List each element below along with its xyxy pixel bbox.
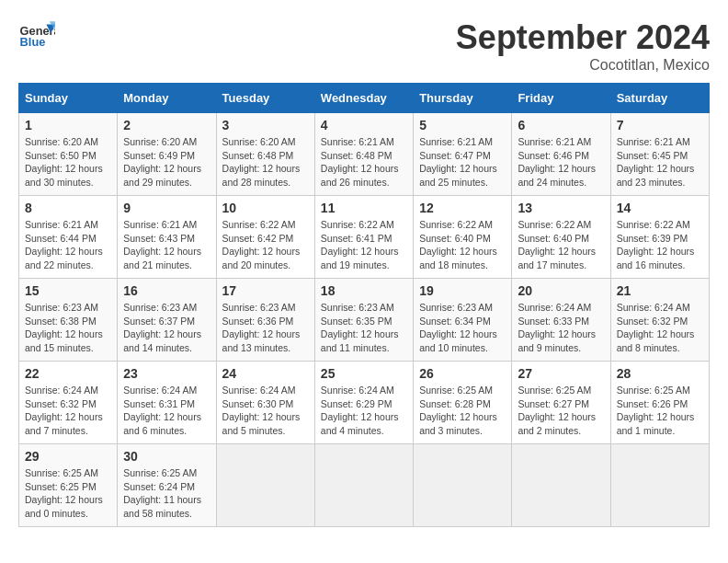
calendar-table: SundayMondayTuesdayWednesdayThursdayFrid… bbox=[18, 83, 710, 527]
day-info: Sunrise: 6:25 AMSunset: 6:28 PMDaylight:… bbox=[419, 384, 506, 438]
day-info: Sunrise: 6:21 AMSunset: 6:44 PMDaylight:… bbox=[25, 218, 111, 272]
day-number: 5 bbox=[419, 118, 506, 132]
day-info: Sunrise: 6:24 AMSunset: 6:29 PMDaylight:… bbox=[321, 384, 407, 438]
day-info: Sunrise: 6:24 AMSunset: 6:33 PMDaylight:… bbox=[518, 301, 604, 355]
calendar-cell: 30Sunrise: 6:25 AMSunset: 6:24 PMDayligh… bbox=[118, 444, 216, 527]
day-info: Sunrise: 6:20 AMSunset: 6:50 PMDaylight:… bbox=[25, 135, 111, 190]
calendar-cell: 27Sunrise: 6:25 AMSunset: 6:27 PMDayligh… bbox=[512, 362, 610, 444]
calendar-week-1: 8Sunrise: 6:21 AMSunset: 6:44 PMDaylight… bbox=[19, 196, 710, 279]
day-number: 2 bbox=[123, 118, 210, 132]
page-header: General Blue September 2024 Cocotitlan, … bbox=[18, 18, 710, 74]
day-info: Sunrise: 6:23 AMSunset: 6:35 PMDaylight:… bbox=[321, 301, 407, 355]
calendar-cell: 15Sunrise: 6:23 AMSunset: 6:38 PMDayligh… bbox=[19, 279, 118, 362]
calendar-cell bbox=[314, 444, 413, 527]
day-info: Sunrise: 6:21 AMSunset: 6:45 PMDaylight:… bbox=[617, 135, 703, 190]
day-number: 14 bbox=[617, 201, 703, 215]
day-number: 6 bbox=[518, 118, 604, 132]
title-block: September 2024 Cocotitlan, Mexico bbox=[456, 18, 710, 74]
day-number: 30 bbox=[123, 449, 210, 464]
day-info: Sunrise: 6:20 AMSunset: 6:48 PMDaylight:… bbox=[222, 135, 309, 190]
calendar-cell bbox=[512, 444, 610, 527]
day-info: Sunrise: 6:22 AMSunset: 6:39 PMDaylight:… bbox=[617, 218, 703, 272]
day-number: 4 bbox=[321, 118, 407, 132]
calendar-cell: 12Sunrise: 6:22 AMSunset: 6:40 PMDayligh… bbox=[414, 196, 512, 279]
day-number: 18 bbox=[321, 283, 407, 298]
day-info: Sunrise: 6:24 AMSunset: 6:30 PMDaylight:… bbox=[222, 384, 309, 438]
calendar-cell: 6Sunrise: 6:21 AMSunset: 6:46 PMDaylight… bbox=[512, 113, 610, 196]
day-info: Sunrise: 6:23 AMSunset: 6:36 PMDaylight:… bbox=[222, 301, 309, 355]
calendar-cell: 1Sunrise: 6:20 AMSunset: 6:50 PMDaylight… bbox=[19, 113, 118, 196]
day-info: Sunrise: 6:25 AMSunset: 6:24 PMDaylight:… bbox=[123, 466, 210, 521]
logo: General Blue bbox=[18, 18, 55, 55]
day-number: 1 bbox=[25, 118, 111, 132]
calendar-cell: 7Sunrise: 6:21 AMSunset: 6:45 PMDaylight… bbox=[610, 113, 709, 196]
day-number: 22 bbox=[25, 366, 111, 381]
day-number: 28 bbox=[617, 366, 703, 381]
day-number: 8 bbox=[25, 201, 111, 215]
calendar-cell: 18Sunrise: 6:23 AMSunset: 6:35 PMDayligh… bbox=[314, 279, 413, 362]
calendar-cell bbox=[610, 444, 709, 527]
day-info: Sunrise: 6:25 AMSunset: 6:25 PMDaylight:… bbox=[25, 466, 111, 521]
day-info: Sunrise: 6:23 AMSunset: 6:37 PMDaylight:… bbox=[123, 301, 210, 355]
calendar-cell: 24Sunrise: 6:24 AMSunset: 6:30 PMDayligh… bbox=[216, 362, 314, 444]
weekday-header-friday: Friday bbox=[512, 84, 610, 113]
calendar-cell: 5Sunrise: 6:21 AMSunset: 6:47 PMDaylight… bbox=[414, 113, 512, 196]
calendar-cell: 3Sunrise: 6:20 AMSunset: 6:48 PMDaylight… bbox=[216, 113, 314, 196]
day-info: Sunrise: 6:21 AMSunset: 6:47 PMDaylight:… bbox=[419, 135, 506, 190]
day-info: Sunrise: 6:23 AMSunset: 6:34 PMDaylight:… bbox=[419, 301, 506, 355]
calendar-cell: 4Sunrise: 6:21 AMSunset: 6:48 PMDaylight… bbox=[314, 113, 413, 196]
day-number: 23 bbox=[123, 366, 210, 381]
day-info: Sunrise: 6:21 AMSunset: 6:43 PMDaylight:… bbox=[123, 218, 210, 272]
day-number: 17 bbox=[222, 283, 309, 298]
logo-icon: General Blue bbox=[18, 18, 55, 55]
day-number: 24 bbox=[222, 366, 309, 381]
calendar-cell bbox=[216, 444, 314, 527]
calendar-cell: 21Sunrise: 6:24 AMSunset: 6:32 PMDayligh… bbox=[610, 279, 709, 362]
weekday-header-tuesday: Tuesday bbox=[216, 84, 314, 113]
day-number: 11 bbox=[321, 201, 407, 215]
day-info: Sunrise: 6:22 AMSunset: 6:40 PMDaylight:… bbox=[419, 218, 506, 272]
calendar-cell: 28Sunrise: 6:25 AMSunset: 6:26 PMDayligh… bbox=[610, 362, 709, 444]
day-number: 26 bbox=[419, 366, 506, 381]
day-info: Sunrise: 6:24 AMSunset: 6:32 PMDaylight:… bbox=[25, 384, 111, 438]
calendar-cell: 23Sunrise: 6:24 AMSunset: 6:31 PMDayligh… bbox=[118, 362, 216, 444]
calendar-cell: 25Sunrise: 6:24 AMSunset: 6:29 PMDayligh… bbox=[314, 362, 413, 444]
calendar-cell: 26Sunrise: 6:25 AMSunset: 6:28 PMDayligh… bbox=[414, 362, 512, 444]
day-number: 13 bbox=[518, 201, 604, 215]
month-title: September 2024 bbox=[456, 18, 710, 57]
day-number: 27 bbox=[518, 366, 604, 381]
calendar-week-0: 1Sunrise: 6:20 AMSunset: 6:50 PMDaylight… bbox=[19, 113, 710, 196]
weekday-header-saturday: Saturday bbox=[610, 84, 709, 113]
day-number: 20 bbox=[518, 283, 604, 298]
calendar-cell: 14Sunrise: 6:22 AMSunset: 6:39 PMDayligh… bbox=[610, 196, 709, 279]
weekday-header-thursday: Thursday bbox=[414, 84, 512, 113]
day-number: 10 bbox=[222, 201, 309, 215]
calendar-cell: 2Sunrise: 6:20 AMSunset: 6:49 PMDaylight… bbox=[118, 113, 216, 196]
day-info: Sunrise: 6:22 AMSunset: 6:41 PMDaylight:… bbox=[321, 218, 407, 272]
day-number: 25 bbox=[321, 366, 407, 381]
day-number: 7 bbox=[617, 118, 703, 132]
calendar-week-4: 29Sunrise: 6:25 AMSunset: 6:25 PMDayligh… bbox=[19, 444, 710, 527]
day-number: 15 bbox=[25, 283, 111, 298]
calendar-cell: 9Sunrise: 6:21 AMSunset: 6:43 PMDaylight… bbox=[118, 196, 216, 279]
calendar-cell: 20Sunrise: 6:24 AMSunset: 6:33 PMDayligh… bbox=[512, 279, 610, 362]
calendar-cell: 10Sunrise: 6:22 AMSunset: 6:42 PMDayligh… bbox=[216, 196, 314, 279]
day-number: 3 bbox=[222, 118, 309, 132]
weekday-header-monday: Monday bbox=[118, 84, 216, 113]
calendar-cell: 8Sunrise: 6:21 AMSunset: 6:44 PMDaylight… bbox=[19, 196, 118, 279]
calendar-cell: 22Sunrise: 6:24 AMSunset: 6:32 PMDayligh… bbox=[19, 362, 118, 444]
day-info: Sunrise: 6:21 AMSunset: 6:48 PMDaylight:… bbox=[321, 135, 407, 190]
svg-text:Blue: Blue bbox=[20, 35, 46, 49]
calendar-cell: 29Sunrise: 6:25 AMSunset: 6:25 PMDayligh… bbox=[19, 444, 118, 527]
day-info: Sunrise: 6:24 AMSunset: 6:31 PMDaylight:… bbox=[123, 384, 210, 438]
day-number: 29 bbox=[25, 449, 111, 464]
day-number: 9 bbox=[123, 201, 210, 215]
calendar-cell: 19Sunrise: 6:23 AMSunset: 6:34 PMDayligh… bbox=[414, 279, 512, 362]
calendar-cell: 17Sunrise: 6:23 AMSunset: 6:36 PMDayligh… bbox=[216, 279, 314, 362]
location: Cocotitlan, Mexico bbox=[456, 57, 710, 74]
calendar-week-2: 15Sunrise: 6:23 AMSunset: 6:38 PMDayligh… bbox=[19, 279, 710, 362]
day-number: 16 bbox=[123, 283, 210, 298]
weekday-header-sunday: Sunday bbox=[19, 84, 118, 113]
day-info: Sunrise: 6:22 AMSunset: 6:42 PMDaylight:… bbox=[222, 218, 309, 272]
calendar-cell: 16Sunrise: 6:23 AMSunset: 6:37 PMDayligh… bbox=[118, 279, 216, 362]
